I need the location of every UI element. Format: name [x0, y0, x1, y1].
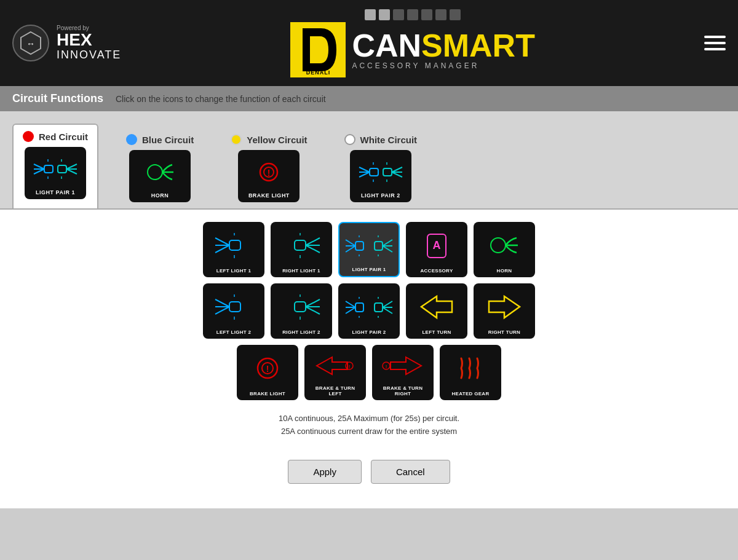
func-right-light-1-label: RIGHT LIGHT 1	[282, 268, 320, 274]
func-right-turn[interactable]: RIGHT TURN	[474, 283, 535, 339]
svg-line-37	[306, 238, 320, 245]
tab-red-circuit[interactable]: Red Circuit	[12, 124, 98, 208]
blue-circuit-header: Blue Circuit	[126, 134, 194, 145]
func-left-light-1[interactable]: LEFT LIGHT 1	[203, 222, 264, 277]
brake-turn-right-icon: !	[381, 349, 424, 383]
svg-rect-72	[355, 303, 363, 312]
func-left-turn-label: LEFT TURN	[422, 329, 451, 335]
hex-hexagon-icon: ↔	[12, 25, 49, 61]
white-circuit-icon-card: LIGHT PAIR 2	[350, 150, 411, 202]
svg-text:!: !	[266, 364, 269, 374]
menu-line-3	[704, 48, 726, 50]
svg-rect-48	[375, 242, 383, 250]
blue-circuit-label: Blue Circuit	[142, 135, 194, 145]
yellow-dot	[231, 134, 242, 145]
heated-gear-icon	[452, 349, 489, 388]
svg-line-57	[215, 299, 229, 307]
svg-rect-5	[44, 165, 53, 173]
svg-line-51	[383, 246, 392, 252]
function-grid: LEFT LIGHT 1 RIGHT LIGHT 1	[0, 210, 738, 508]
logo-squares	[365, 9, 461, 20]
func-right-light-2[interactable]: RIGHT LIGHT 2	[271, 283, 332, 339]
apply-button[interactable]: Apply	[288, 460, 362, 484]
svg-line-27	[392, 172, 402, 177]
svg-line-11	[66, 169, 77, 174]
svg-marker-86	[317, 357, 347, 374]
svg-line-18	[359, 167, 370, 172]
func-light-pair-1[interactable]: LIGHT PAIR 1	[338, 222, 400, 277]
info-line-2: 25A continuous current draw for the enti…	[279, 425, 459, 438]
can-smart-text: CAN SMART ACCESSORY MANAGER	[352, 30, 535, 70]
svg-rect-75	[375, 303, 383, 312]
menu-line-2	[704, 42, 726, 44]
smart-text: SMART	[421, 30, 535, 61]
func-accessory-label: ACCESSORY	[420, 268, 453, 274]
func-light-pair-2[interactable]: LIGHT PAIR 2	[338, 283, 400, 339]
sq7	[450, 9, 461, 20]
tab-white-circuit[interactable]: White Circuit	[335, 128, 427, 208]
func-light-pair-1-label: LIGHT PAIR 1	[352, 267, 386, 272]
func-brake-light[interactable]: ! BRAKE LIGHT	[237, 345, 298, 400]
func-brake-turn-left[interactable]: ! BRAKE & TURN LEFT	[304, 345, 366, 400]
svg-line-32	[215, 245, 229, 253]
func-brake-turn-right-label: BRAKE & TURN RIGHT	[376, 385, 430, 396]
svg-line-39	[306, 245, 320, 253]
svg-line-4	[34, 169, 44, 174]
func-brake-turn-right[interactable]: ! BRAKE & TURN RIGHT	[372, 345, 434, 400]
func-left-light-2[interactable]: LEFT LIGHT 2	[203, 283, 264, 339]
white-circuit-function-label: LIGHT PAIR 2	[361, 192, 400, 199]
red-circuit-icon-card: LIGHT PAIR 1	[25, 147, 86, 199]
red-circuit-header: Red Circuit	[23, 131, 88, 142]
blue-circuit-function-label: HORN	[151, 192, 169, 199]
circuit-functions-bar: Circuit Functions Click on the icons to …	[0, 86, 738, 111]
light-pair-1-sel-icon	[344, 227, 394, 264]
svg-rect-36	[295, 240, 306, 250]
svg-line-69	[346, 301, 355, 307]
red-circuit-label: Red Circuit	[39, 132, 88, 142]
left-turn-icon	[418, 287, 455, 327]
func-horn[interactable]: HORN	[474, 222, 535, 277]
cansmart-wordmark: CAN SMART	[352, 30, 535, 61]
white-circuit-header: White Circuit	[344, 134, 418, 145]
svg-line-30	[215, 238, 229, 245]
func-horn-label: HORN	[497, 268, 512, 274]
yellow-circuit-header: Yellow Circuit	[231, 134, 307, 145]
svg-text:↔: ↔	[26, 39, 35, 49]
cancel-button[interactable]: Cancel	[371, 460, 450, 484]
blue-dot	[126, 134, 137, 145]
svg-text:!: !	[268, 168, 271, 178]
main-content: Red Circuit	[0, 111, 738, 508]
func-accessory[interactable]: A ACCESSORY	[406, 222, 467, 277]
circuit-functions-description: Click on the icons to change the functio…	[116, 94, 326, 104]
func-left-turn[interactable]: LEFT TURN	[406, 283, 467, 339]
denali-label: DENALI	[306, 69, 331, 76]
func-right-light-1[interactable]: RIGHT LIGHT 1	[271, 222, 332, 277]
tab-blue-circuit[interactable]: Blue Circuit HORN	[117, 128, 203, 208]
svg-line-20	[359, 172, 370, 177]
svg-marker-89	[391, 357, 421, 374]
tab-yellow-circuit[interactable]: Yellow Circuit ! BRAKE LIGHT	[221, 128, 316, 208]
white-dot	[344, 134, 355, 145]
blue-circuit-icon-card: HORN	[129, 150, 191, 202]
left-light-2-icon	[212, 287, 255, 327]
svg-line-59	[215, 307, 229, 314]
brake-light-icon: !	[250, 154, 287, 190]
circuit-functions-title: Circuit Functions	[12, 92, 103, 105]
svg-line-25	[392, 167, 402, 172]
hamburger-menu[interactable]	[704, 36, 726, 50]
brake-light-func-icon: !	[249, 349, 286, 388]
menu-line-1	[704, 36, 726, 38]
func-heated-gear-label: HEATED GEAR	[452, 391, 490, 396]
func-heated-gear[interactable]: HEATED GEAR	[440, 345, 501, 400]
info-text-block: 10A continuous, 25A Maximum (for 25s) pe…	[279, 406, 459, 444]
svg-point-14	[148, 165, 162, 179]
accessory-icon: A	[421, 226, 452, 266]
red-dot	[23, 131, 34, 142]
func-light-pair-2-label: LIGHT PAIR 2	[352, 329, 386, 335]
svg-rect-21	[370, 168, 378, 176]
svg-rect-60	[229, 302, 240, 312]
left-light-1-icon	[212, 226, 255, 266]
sq4	[407, 9, 418, 20]
func-right-turn-label: RIGHT TURN	[488, 329, 520, 335]
svg-rect-24	[383, 168, 392, 176]
